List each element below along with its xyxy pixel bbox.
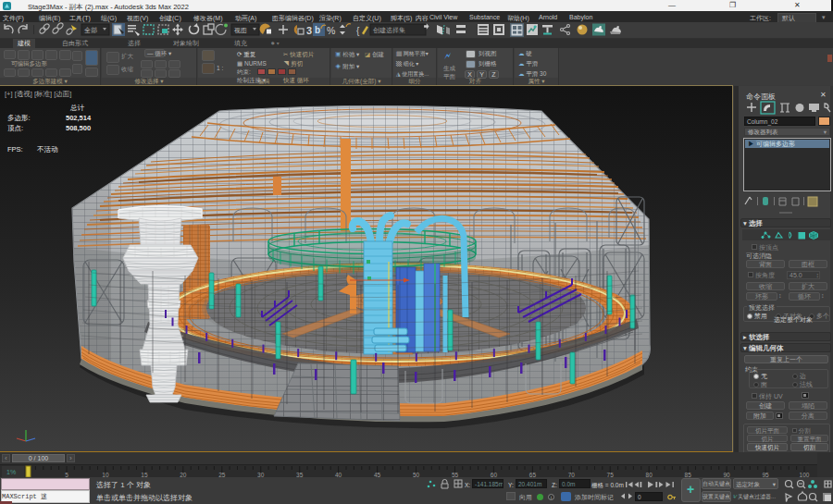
svg-text:b: b [315,25,320,35]
svg-text:全部: 全部 [84,27,97,34]
svg-text:1%: 1% [6,469,16,475]
svg-text:创建选择集: 创建选择集 [373,27,405,34]
svg-text:%: % [327,25,335,36]
svg-text:{: { [356,26,360,36]
svg-text:视图: 视图 [234,27,247,34]
svg-text:3: 3 [306,25,312,36]
